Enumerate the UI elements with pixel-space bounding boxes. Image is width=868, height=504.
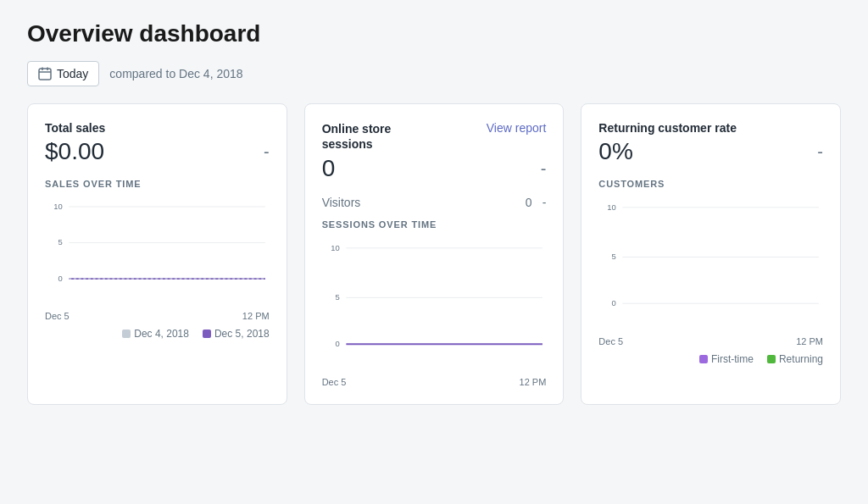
visitors-dash: - (542, 196, 547, 209)
total-sales-value-row: $0.00 - (45, 138, 270, 165)
returning-customer-card: Returning customer rate 0% - CUSTOMERS 1… (581, 103, 841, 405)
sessions-chart-label: SESSIONS OVER TIME (322, 219, 547, 230)
svg-text:10: 10 (331, 243, 340, 252)
today-label: Today (57, 67, 88, 80)
sales-chart-label: SALES OVER TIME (45, 179, 270, 189)
legend-dec4: Dec 4, 2018 (122, 328, 189, 340)
customers-chart: 10 5 0 (598, 196, 823, 331)
online-store-header: Online storesessions View report (322, 121, 547, 152)
legend-dec5: Dec 5, 2018 (203, 328, 270, 340)
sessions-x-labels: Dec 5 12 PM (322, 377, 547, 387)
compared-text: compared to Dec 4, 2018 (109, 67, 242, 80)
sales-x-mid: 12 PM (242, 311, 270, 321)
customers-x-labels: Dec 5 12 PM (598, 336, 823, 346)
total-sales-card: Total sales $0.00 - SALES OVER TIME 10 5… (27, 103, 287, 405)
svg-text:0: 0 (58, 274, 63, 283)
returning-customer-value: 0% (598, 138, 632, 165)
legend-returning: Returning (767, 353, 823, 365)
cards-row: Total sales $0.00 - SALES OVER TIME 10 5… (27, 103, 841, 405)
returning-customer-value-row: 0% - (598, 138, 823, 165)
svg-text:10: 10 (608, 202, 617, 212)
total-sales-header: Total sales (45, 121, 270, 135)
returning-customer-header: Returning customer rate (598, 121, 823, 135)
today-button[interactable]: Today (27, 61, 99, 86)
svg-text:5: 5 (335, 293, 339, 302)
sessions-chart: 10 5 0 (322, 236, 547, 372)
legend-dot-returning (767, 355, 776, 363)
svg-rect-0 (39, 69, 51, 80)
page-title: Overview dashboard (27, 20, 841, 47)
legend-dot-first-time (699, 355, 708, 363)
online-store-value: 0 (322, 155, 336, 182)
date-bar: Today compared to Dec 4, 2018 (27, 61, 841, 86)
legend-label-first-time: First-time (711, 353, 754, 365)
total-sales-dash: - (264, 142, 270, 162)
legend-label-dec4: Dec 4, 2018 (134, 328, 189, 340)
sales-legend: Dec 4, 2018 Dec 5, 2018 (45, 328, 270, 340)
calendar-icon (38, 67, 52, 80)
visitors-row: Visitors 0 - (322, 196, 547, 209)
customers-chart-container: 10 5 0 Dec 5 12 PM First-time Returning (598, 196, 823, 365)
visitors-label: Visitors (322, 196, 361, 209)
svg-text:5: 5 (58, 237, 63, 246)
svg-text:10: 10 (53, 202, 63, 211)
sessions-x-start: Dec 5 (322, 377, 347, 387)
svg-text:0: 0 (335, 339, 339, 348)
sales-chart-container: 10 5 0 Dec 5 12 PM Dec 4, 2018 Dec (45, 196, 270, 340)
customers-legend: First-time Returning (598, 353, 823, 365)
view-report-link[interactable]: View report (487, 121, 547, 135)
customers-x-mid: 12 PM (796, 336, 823, 346)
returning-customer-dash: - (817, 142, 823, 162)
sales-x-start: Dec 5 (45, 311, 70, 321)
sessions-chart-container: 10 5 0 Dec 5 12 PM (322, 236, 547, 387)
online-store-value-row: 0 - (322, 155, 547, 182)
online-store-dash: - (541, 159, 547, 179)
visitors-values: 0 - (526, 196, 546, 209)
customers-x-start: Dec 5 (598, 336, 623, 346)
legend-label-dec5: Dec 5, 2018 (214, 328, 270, 340)
legend-dot-dec5 (203, 330, 211, 338)
sales-chart: 10 5 0 (45, 196, 270, 306)
total-sales-value: $0.00 (45, 138, 104, 165)
online-store-card: Online storesessions View report 0 - Vis… (304, 103, 565, 405)
sales-x-labels: Dec 5 12 PM (45, 311, 270, 321)
total-sales-title: Total sales (45, 121, 105, 135)
online-store-title: Online storesessions (322, 121, 392, 152)
customers-chart-label: CUSTOMERS (598, 179, 823, 189)
sessions-x-mid: 12 PM (520, 377, 547, 387)
visitors-value: 0 (526, 196, 532, 209)
svg-text:5: 5 (612, 252, 616, 261)
legend-label-returning: Returning (779, 353, 823, 365)
returning-customer-title: Returning customer rate (598, 121, 737, 135)
legend-first-time: First-time (699, 353, 754, 365)
legend-dot-dec4 (122, 330, 131, 338)
svg-text:0: 0 (612, 298, 616, 307)
